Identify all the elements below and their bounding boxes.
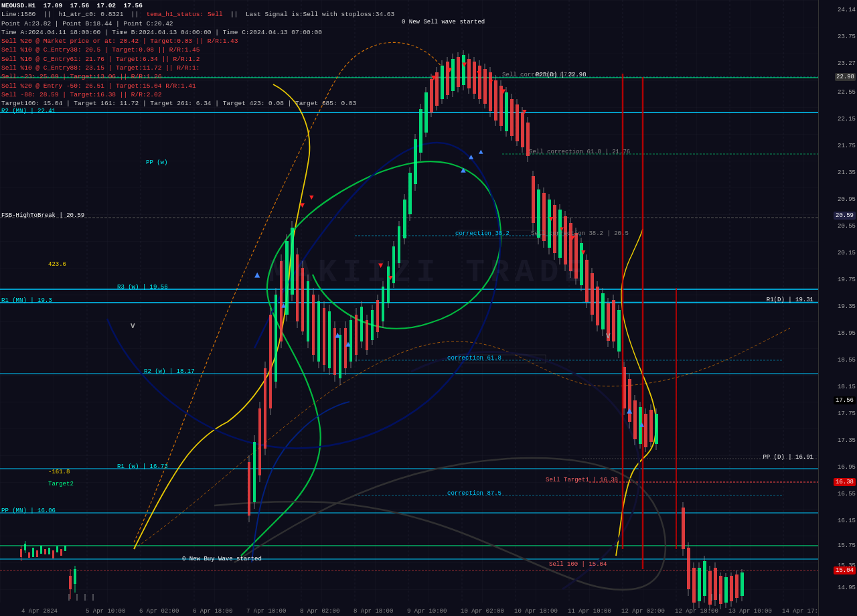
line-info: Line:1580 || h1_atr_c0: 0.8321 || tema_h… xyxy=(1,10,394,19)
price-1638: 16.38 xyxy=(834,478,856,486)
svg-text:11 Apr 10:00: 11 Apr 10:00 xyxy=(568,608,611,615)
svg-text:▲: ▲ xyxy=(639,420,645,430)
svg-rect-45 xyxy=(56,546,58,552)
svg-rect-141 xyxy=(483,69,487,104)
points-line: Point A:23.82 | Point B:18.44 | Point C:… xyxy=(1,19,394,28)
svg-rect-145 xyxy=(494,80,497,121)
svg-text:▲: ▲ xyxy=(281,301,287,311)
target2-label: Target2 xyxy=(48,481,74,487)
svg-text:10 Apr 18:00: 10 Apr 18:00 xyxy=(514,608,558,615)
atr-value: h1_atr_c0: 0.8321 xyxy=(59,11,124,18)
svg-rect-223 xyxy=(724,577,728,603)
svg-text:▲: ▲ xyxy=(479,148,483,156)
svg-rect-215 xyxy=(703,561,706,596)
svg-rect-105 xyxy=(387,266,390,303)
svg-rect-43 xyxy=(48,548,50,554)
svg-rect-227 xyxy=(735,574,738,598)
svg-text:▲: ▲ xyxy=(461,165,466,175)
svg-rect-39 xyxy=(32,548,34,557)
price-1495: 14.95 xyxy=(838,585,856,591)
price-1895: 18.95 xyxy=(838,330,856,337)
time-line: Time A:2024.04.11 18:00:00 | Time B:2024… xyxy=(1,28,394,37)
svg-text:12 Apr 02:00: 12 Apr 02:00 xyxy=(621,608,665,615)
price-1975: 19.75 xyxy=(838,277,856,283)
svg-rect-135 xyxy=(467,59,471,88)
svg-text:▼: ▼ xyxy=(431,73,437,83)
svg-rect-77 xyxy=(312,295,315,355)
sell-100-label: Sell 100 | 15.04 xyxy=(549,561,607,568)
svg-text:▼: ▼ xyxy=(501,87,506,96)
svg-text:▲: ▲ xyxy=(469,153,474,162)
svg-rect-42 xyxy=(44,549,46,554)
svg-rect-185 xyxy=(601,293,605,329)
sell-correction-61-label: Sell correction 61.8 | 21.76 xyxy=(529,149,630,155)
svg-rect-207 xyxy=(682,508,685,549)
svg-rect-201 xyxy=(644,414,647,447)
sell2: Sell %10 @ C_Entry38: 20.5 | Target:0.08… xyxy=(1,46,200,54)
svg-rect-51 xyxy=(74,569,76,584)
svg-rect-97 xyxy=(366,320,368,350)
svg-text:▼: ▼ xyxy=(447,66,453,75)
symbol-title: NEOUSD.H1 17.09 17.56 17.02 17.56 xyxy=(1,1,394,10)
svg-text:6 Apr 02:00: 6 Apr 02:00 xyxy=(139,608,179,615)
svg-text:6 Apr 18:00: 6 Apr 18:00 xyxy=(193,608,232,615)
svg-text:▼: ▼ xyxy=(309,194,314,202)
svg-text:12 Apr 18:00: 12 Apr 18:00 xyxy=(675,608,718,615)
price-2375: 23.75 xyxy=(838,33,856,40)
value-161-label: -161.8 xyxy=(48,469,70,475)
price-high: 17.56 xyxy=(70,2,90,9)
svg-rect-205 xyxy=(655,414,658,444)
svg-rect-53 xyxy=(248,462,250,516)
svg-text:▼: ▼ xyxy=(300,201,305,210)
svg-rect-81 xyxy=(323,308,325,365)
sell-correction-38-right-label: Sell correction 38.2 | 20.5 xyxy=(531,230,629,237)
svg-rect-71 xyxy=(296,254,299,321)
price-2015: 20.15 xyxy=(838,250,856,256)
tema-status: tema_h1_status: Sell xyxy=(147,11,223,18)
svg-text:▼: ▼ xyxy=(522,108,527,116)
svg-text:| |: | | xyxy=(710,594,722,601)
svg-rect-49 xyxy=(69,576,72,589)
svg-rect-69 xyxy=(291,228,294,295)
price-1615: 16.15 xyxy=(838,518,856,524)
last-signal: Last Signal is:Sell with stoploss:34.63 xyxy=(246,11,394,18)
svg-rect-175 xyxy=(574,233,578,279)
svg-rect-79 xyxy=(317,301,320,362)
svg-rect-137 xyxy=(473,62,476,94)
svg-rect-93 xyxy=(355,315,358,355)
sell1-line: Sell %20 @ Market price or at: 20.42 | T… xyxy=(1,37,394,46)
price-2298: 22.98 xyxy=(835,73,856,81)
svg-rect-197 xyxy=(633,400,637,439)
price-1655: 16.55 xyxy=(838,491,856,497)
r1-w-label: R1 (w) | 16.73 xyxy=(117,463,168,470)
svg-rect-117 xyxy=(419,109,422,153)
fsb-label: FSB-HighToBreak | 20.59 xyxy=(1,212,84,219)
svg-rect-121 xyxy=(430,79,433,112)
svg-text:V: V xyxy=(131,322,135,330)
sell4-line: Sell %10 @ C_Entry88: 23.15 | Target:11.… xyxy=(1,64,394,72)
symbol: NEOUSD.H1 xyxy=(1,2,35,9)
price-open: 17.09 xyxy=(44,2,63,9)
sell5: Sell -23: 25.09 | Target:13.06 || R/R:1.… xyxy=(1,73,161,80)
svg-rect-209 xyxy=(687,548,690,589)
price-2255: 22.55 xyxy=(838,89,856,96)
chart-container: NEOUSD.H1 17.09 17.56 17.02 17.56 Line:1… xyxy=(0,0,857,616)
svg-rect-125 xyxy=(441,66,444,99)
new-sell-wave-label: 0 New Sell wave started xyxy=(402,19,485,25)
price-2414: 24.14 xyxy=(838,7,856,13)
svg-rect-83 xyxy=(328,311,331,368)
svg-rect-131 xyxy=(457,57,460,87)
svg-rect-87 xyxy=(339,335,341,378)
svg-rect-109 xyxy=(398,226,400,263)
correction-87-low-label: correction 87.5 xyxy=(447,490,501,497)
svg-rect-159 xyxy=(532,176,535,223)
svg-rect-129 xyxy=(451,59,455,91)
r1-mn-label: R1 (MN) | 19.3 xyxy=(1,297,52,304)
svg-text:▲: ▲ xyxy=(345,339,351,350)
sell7: Sell -88: 28.59 | Target:16.38 || R/R:2.… xyxy=(1,91,161,98)
price-2095: 20.95 xyxy=(838,196,856,203)
price-1775: 17.75 xyxy=(838,410,856,417)
price-1735: 17.35 xyxy=(838,437,856,444)
svg-rect-171 xyxy=(564,216,567,264)
correction-61-mid-label: correction 61.8 xyxy=(447,355,501,362)
